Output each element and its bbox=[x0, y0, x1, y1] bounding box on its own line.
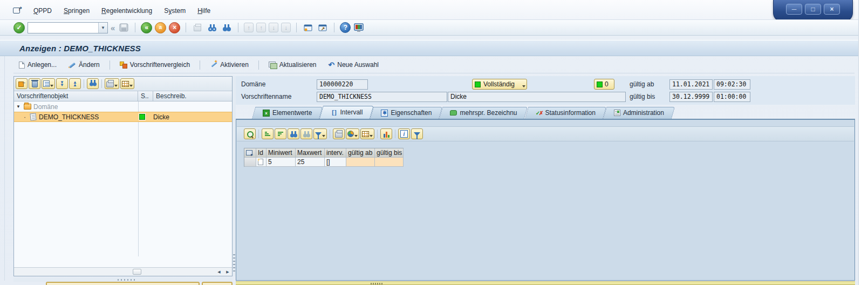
column-vorschriftenobjekt[interactable]: Vorschriftenobjekt bbox=[14, 91, 138, 101]
grid-find-next-button[interactable] bbox=[300, 128, 312, 139]
menu-system[interactable]: System bbox=[159, 5, 191, 16]
chart-button[interactable] bbox=[380, 128, 392, 139]
new-session-icon[interactable] bbox=[302, 22, 314, 33]
tree-node-demo-thickness[interactable]: · DEMO_THICKNESS Dicke bbox=[14, 112, 232, 122]
cancel-icon[interactable]: × bbox=[169, 22, 180, 33]
row-miniwert-cell[interactable]: 5 bbox=[266, 158, 296, 167]
first-page-icon[interactable]: ↑ bbox=[244, 23, 254, 32]
detach-view-button[interactable] bbox=[16, 78, 28, 89]
horizontal-splitter-right[interactable] bbox=[236, 281, 855, 285]
grid-find-button[interactable] bbox=[288, 128, 299, 139]
column-gueltig-bis[interactable]: gültig bis bbox=[375, 148, 404, 158]
tree-find-button[interactable] bbox=[87, 78, 99, 89]
aktualisieren-button[interactable]: Aktualisieren bbox=[263, 59, 322, 71]
find-icon[interactable] bbox=[206, 22, 218, 33]
help-icon[interactable]: ? bbox=[340, 22, 351, 33]
details-button[interactable] bbox=[244, 128, 256, 139]
gueltig-ab-time-field[interactable]: 09:02:30 bbox=[714, 79, 750, 90]
neue-auswahl-button[interactable]: ↶Neue Auswahl bbox=[323, 59, 384, 71]
domaene-field[interactable]: 100000220 bbox=[317, 79, 368, 90]
maximize-button[interactable]: □ bbox=[805, 4, 821, 15]
row-select-cell[interactable] bbox=[244, 158, 256, 167]
last-page-icon[interactable]: ↓ bbox=[281, 23, 291, 32]
tab-eigenschaften[interactable]: ✱ Eigenschaften bbox=[370, 107, 439, 119]
menu-hilfe[interactable]: Hilfe bbox=[192, 5, 216, 16]
column-interv[interactable]: interv. bbox=[325, 148, 346, 158]
tree-layout-button[interactable] bbox=[120, 78, 134, 89]
system-menu-icon[interactable]: ↱ bbox=[12, 6, 23, 15]
scrollbar-track[interactable] bbox=[14, 268, 215, 276]
gueltig-bis-date-field[interactable]: 30.12.9999 bbox=[669, 92, 713, 102]
menu-springen[interactable]: Springen bbox=[58, 5, 95, 16]
list-menu-button[interactable] bbox=[42, 78, 55, 89]
expand-all-button[interactable]: ▼▼ bbox=[56, 78, 68, 89]
command-input[interactable] bbox=[28, 23, 98, 32]
row-gueltig-bis-cell[interactable] bbox=[375, 158, 404, 167]
enter-icon[interactable]: ✓ bbox=[13, 22, 25, 33]
menu-qppd[interactable]: QPPD bbox=[28, 5, 57, 16]
expander-icon[interactable]: ▼ bbox=[16, 104, 23, 109]
column-status[interactable]: S.. bbox=[138, 91, 153, 101]
bullet-icon: · bbox=[24, 113, 29, 121]
delete-button[interactable] bbox=[29, 78, 40, 89]
gueltig-ab-date-field[interactable]: 11.01.2021 bbox=[669, 79, 713, 90]
previous-page-icon[interactable]: ↑ bbox=[256, 23, 266, 32]
collapse-all-button[interactable]: ▲▲ bbox=[69, 78, 81, 89]
vorschriftenname-field[interactable]: DEMO_THICKNESS bbox=[317, 92, 447, 102]
vollstaendig-status-button[interactable]: Vollständig bbox=[472, 79, 527, 90]
aendern-button[interactable]: Ändern bbox=[63, 59, 105, 71]
table-layout-icon bbox=[362, 131, 369, 137]
row-maxwert-cell[interactable]: 25 bbox=[296, 158, 325, 167]
exit-icon[interactable]: « bbox=[155, 22, 166, 33]
find-next-icon[interactable]: + bbox=[221, 22, 233, 33]
grid-print-button[interactable] bbox=[333, 128, 345, 139]
command-dropdown-icon[interactable]: ▼ bbox=[98, 23, 107, 33]
trash-icon bbox=[32, 81, 38, 87]
column-gueltig-ab[interactable]: gültig ab bbox=[346, 148, 375, 158]
beschreibung-field[interactable]: Dicke bbox=[448, 92, 626, 102]
aktivieren-button[interactable]: Aktivieren bbox=[204, 59, 254, 71]
scroll-right-icon[interactable]: ▶ bbox=[223, 268, 232, 276]
print-icon[interactable] bbox=[192, 22, 203, 33]
tree-node-domaene[interactable]: ▼ Domäne bbox=[14, 101, 232, 112]
column-id[interactable]: Id bbox=[256, 148, 266, 158]
row-id-cell[interactable] bbox=[256, 158, 266, 167]
sort-ascending-button[interactable] bbox=[262, 128, 274, 139]
anlegen-button[interactable]: Anlegen... bbox=[13, 59, 62, 71]
filter-criteria-button[interactable] bbox=[411, 128, 423, 139]
scrollbar-thumb[interactable] bbox=[133, 269, 141, 275]
filter-button[interactable] bbox=[313, 128, 327, 139]
export-button[interactable] bbox=[346, 128, 359, 139]
minimize-button[interactable]: ─ bbox=[786, 4, 802, 15]
message-count-button[interactable]: 0 bbox=[594, 79, 614, 90]
svg-text:↗: ↗ bbox=[321, 26, 325, 31]
tab-intervall[interactable]: [ ] Intervall bbox=[319, 106, 370, 119]
gueltig-bis-time-field[interactable]: 01:00:00 bbox=[714, 92, 750, 102]
create-shortcut-icon[interactable]: ↗ bbox=[317, 22, 329, 33]
tree-print-button[interactable] bbox=[105, 78, 119, 89]
scroll-left-icon[interactable]: ◀ bbox=[215, 268, 223, 276]
menu-regelentwicklung[interactable]: Regelentwicklung bbox=[96, 5, 158, 16]
close-button[interactable]: × bbox=[824, 4, 840, 15]
tab-mehrspr-bezeichnu[interactable]: mehrspr. Bezeichnu bbox=[439, 107, 524, 119]
next-page-icon[interactable]: ↓ bbox=[269, 23, 278, 32]
info-button[interactable]: i bbox=[398, 128, 410, 139]
sort-descending-button[interactable] bbox=[275, 128, 286, 139]
customize-layout-icon[interactable] bbox=[353, 22, 365, 33]
save-icon[interactable] bbox=[118, 22, 129, 33]
horizontal-splitter-left[interactable] bbox=[13, 277, 233, 282]
column-miniwert[interactable]: Miniwert bbox=[266, 148, 296, 158]
row-interv-cell[interactable]: [] bbox=[325, 158, 346, 167]
column-beschreib[interactable]: Beschreib. bbox=[153, 91, 232, 101]
tab-statusinformation[interactable]: ✓✗ Statusinformation bbox=[525, 107, 603, 119]
tab-elementwerte[interactable]: x Elementwerte bbox=[252, 107, 319, 119]
select-all-cell[interactable] bbox=[244, 148, 256, 158]
tab-administration[interactable]: Administration bbox=[603, 107, 672, 119]
row-gueltig-ab-cell[interactable] bbox=[346, 158, 375, 167]
collapse-toolbar-icon[interactable]: « bbox=[111, 23, 115, 32]
vorschriftenvergleich-button[interactable]: Vorschriftenvergleich bbox=[114, 59, 195, 71]
column-maxwert[interactable]: Maxwert bbox=[296, 148, 325, 158]
back-icon[interactable]: « bbox=[141, 22, 152, 33]
create-icon bbox=[19, 62, 25, 69]
layout-button[interactable] bbox=[360, 128, 374, 139]
